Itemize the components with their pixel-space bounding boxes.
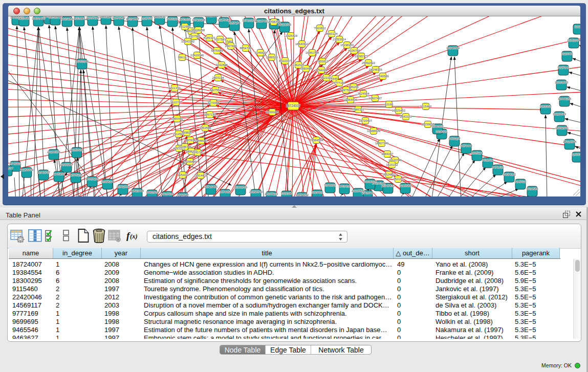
svg-text:25492422: 25492422 (362, 61, 375, 64)
svg-text:9777169: 9777169 (334, 81, 345, 84)
svg-text:12823446: 12823446 (130, 189, 144, 192)
svg-text:1863436: 1863436 (339, 185, 351, 188)
svg-text:1019189: 1019189 (61, 17, 73, 20)
svg-text:10807467: 10807467 (368, 97, 382, 100)
svg-text:21420046: 21420046 (190, 54, 204, 57)
svg-text:10719138: 10719138 (192, 18, 206, 21)
svg-text:2935114: 2935114 (471, 151, 483, 155)
svg-text:16099489: 16099489 (183, 160, 197, 163)
svg-text:4753657: 4753657 (180, 18, 191, 21)
svg-text:15751074: 15751074 (567, 39, 580, 42)
svg-text:11876872: 11876872 (112, 16, 125, 19)
svg-text:125402: 125402 (178, 173, 188, 177)
svg-text:16947830: 16947830 (381, 184, 395, 187)
svg-text:546: 546 (227, 40, 232, 43)
svg-text:8660124: 8660124 (326, 32, 338, 35)
svg-text:16713155: 16713155 (242, 19, 256, 22)
svg-text:7663822: 7663822 (314, 27, 326, 30)
svg-text:19448347: 19448347 (194, 139, 208, 142)
svg-text:20246786: 20246786 (178, 145, 192, 148)
svg-text:9327503: 9327503 (189, 35, 201, 38)
svg-text:16961758: 16961758 (306, 51, 319, 54)
svg-text:20037339: 20037339 (161, 192, 174, 195)
svg-text:6479197: 6479197 (449, 137, 461, 140)
svg-text:1327607: 1327607 (141, 17, 153, 20)
svg-text:8106768: 8106768 (349, 49, 361, 52)
svg-text:15720407: 15720407 (359, 119, 372, 122)
svg-text:669825: 669825 (182, 131, 192, 134)
svg-text:15198153: 15198153 (340, 43, 354, 47)
svg-text:18705794: 18705794 (267, 20, 281, 24)
svg-text:9115460: 9115460 (420, 105, 432, 108)
svg-text:(x): (x) (130, 233, 138, 240)
svg-text:21353914: 21353914 (333, 38, 346, 41)
svg-text:10039695: 10039695 (421, 123, 435, 126)
svg-text:10975867: 10975867 (60, 163, 73, 166)
svg-text:9327503: 9327503 (214, 38, 227, 41)
svg-text:12444155: 12444155 (558, 97, 572, 100)
svg-text:6466102: 6466102 (167, 17, 179, 20)
svg-text:2803144: 2803144 (212, 76, 225, 79)
svg-text:6420686: 6420686 (18, 17, 31, 20)
svg-text:12093873: 12093873 (555, 81, 569, 84)
svg-text:8471626: 8471626 (492, 166, 505, 169)
svg-text:23137564: 23137564 (352, 189, 365, 192)
svg-text:12942757: 12942757 (37, 171, 50, 174)
svg-text:7749509: 7749509 (377, 75, 389, 78)
svg-text:19384554: 19384554 (310, 139, 323, 142)
svg-text:18724007: 18724007 (286, 104, 301, 107)
svg-text:8854749: 8854749 (240, 47, 252, 50)
svg-text:20206576: 20206576 (47, 150, 61, 154)
svg-text:1615152: 1615152 (386, 163, 398, 166)
svg-text:5219822: 5219822 (312, 191, 323, 194)
svg-text:16033809: 16033809 (205, 16, 218, 17)
svg-text:1653531: 1653531 (154, 16, 166, 18)
svg-text:5308102: 5308102 (324, 184, 336, 187)
svg-text:25558743: 25558743 (249, 190, 263, 193)
svg-text:16102759: 16102759 (234, 186, 247, 189)
svg-text:3215955: 3215955 (540, 105, 552, 108)
svg-text:13958107: 13958107 (101, 180, 114, 183)
svg-text:21097245: 21097245 (86, 16, 100, 19)
svg-text:13325419: 13325419 (284, 34, 297, 37)
svg-text:3624554: 3624554 (358, 92, 370, 95)
svg-text:8745001: 8745001 (10, 162, 21, 165)
svg-text:16782759: 16782759 (116, 185, 129, 188)
svg-text:10654122: 10654122 (503, 173, 516, 176)
svg-text:26053346: 26053346 (75, 60, 89, 63)
svg-text:8427552: 8427552 (210, 89, 222, 92)
svg-text:252133: 252133 (393, 178, 403, 181)
svg-text:9034686: 9034686 (527, 187, 539, 190)
svg-text:6990448: 6990448 (300, 67, 313, 70)
svg-text:6794028: 6794028 (316, 69, 328, 72)
svg-text:1965442: 1965442 (171, 117, 183, 120)
svg-text:1588520: 1588520 (266, 56, 278, 59)
svg-text:19095773: 19095773 (355, 55, 368, 58)
svg-text:18874652: 18874652 (295, 193, 309, 196)
svg-text:1610745: 1610745 (170, 101, 183, 104)
svg-text:12359934: 12359934 (70, 148, 84, 151)
svg-text:21364436: 21364436 (344, 98, 358, 101)
svg-text:9146821: 9146821 (255, 51, 267, 54)
svg-text:17394887: 17394887 (126, 17, 139, 20)
svg-text:3642648: 3642648 (177, 193, 189, 196)
svg-text:55226058: 55226058 (191, 29, 205, 32)
svg-text:12505135: 12505135 (69, 173, 83, 177)
svg-text:746266: 746266 (349, 85, 359, 89)
svg-text:16120746: 16120746 (388, 159, 402, 162)
svg-text:23300275: 23300275 (266, 111, 279, 114)
svg-text:1353594: 1353594 (200, 126, 212, 129)
svg-text:99614: 99614 (178, 56, 187, 59)
svg-text:9084067: 9084067 (382, 152, 394, 156)
svg-text:9245682: 9245682 (400, 184, 411, 187)
svg-text:1145193: 1145193 (53, 172, 65, 176)
svg-text:8912953: 8912953 (179, 25, 191, 28)
svg-text:10936924: 10936924 (363, 180, 377, 183)
svg-text:5875685: 5875685 (211, 49, 224, 52)
svg-text:18640910: 18640910 (295, 42, 309, 46)
svg-text:9329966: 9329966 (561, 52, 574, 55)
svg-text:1221333: 1221333 (169, 86, 181, 90)
svg-text:10543382: 10543382 (181, 40, 194, 43)
svg-text:3874052: 3874052 (220, 190, 231, 193)
svg-text:17957275: 17957275 (85, 178, 99, 181)
